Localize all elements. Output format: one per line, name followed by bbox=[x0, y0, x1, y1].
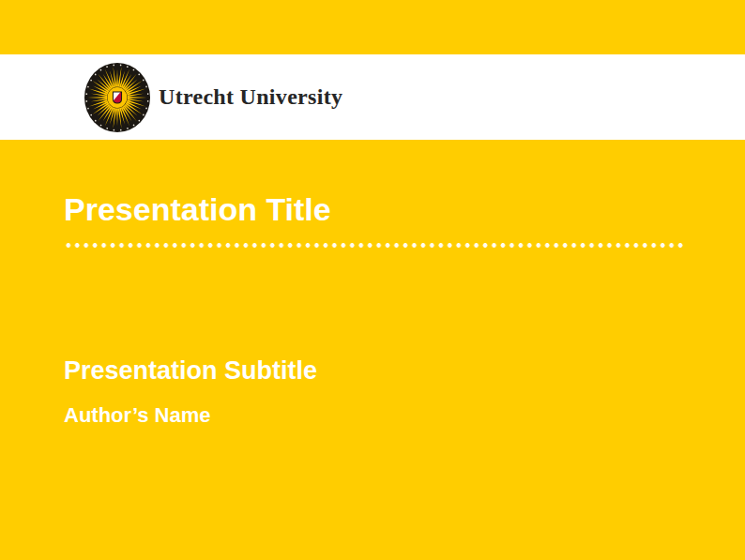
university-logo-text: Utrecht University bbox=[159, 84, 342, 110]
author-name: Author’s Name bbox=[64, 403, 210, 428]
presentation-title: Presentation Title bbox=[64, 190, 331, 229]
dotted-divider bbox=[64, 241, 685, 250]
logo-band: Utrecht University bbox=[0, 54, 745, 140]
title-slide: Utrecht University Presentation Title Pr… bbox=[0, 0, 745, 560]
shield-icon bbox=[113, 92, 121, 103]
presentation-subtitle: Presentation Subtitle bbox=[64, 356, 317, 386]
utrecht-university-sun-logo-icon bbox=[84, 63, 150, 132]
